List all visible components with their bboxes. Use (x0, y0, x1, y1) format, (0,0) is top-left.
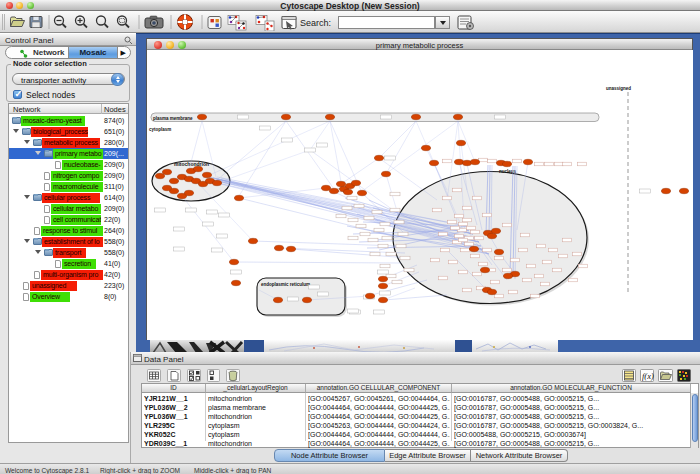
svg-text:mitochondrion: mitochondrion (174, 161, 209, 167)
svg-text:unassigned: unassigned (606, 86, 631, 91)
svg-text:nucleus: nucleus (499, 169, 517, 174)
svg-text:f(x): f(x) (642, 371, 654, 381)
svg-text:cytoplasm: cytoplasm (149, 127, 171, 132)
svg-text:endoplasmic reticulum: endoplasmic reticulum (261, 282, 310, 287)
svg-text:plasma membrane: plasma membrane (153, 116, 193, 121)
